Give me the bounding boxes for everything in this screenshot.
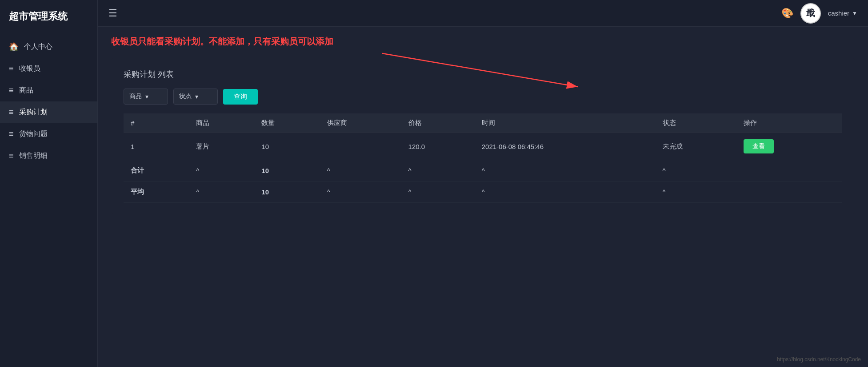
footer-watermark: https://blog.csdn.net/KnockingCode <box>777 356 861 363</box>
sidebar-item-sales-label: 销售明细 <box>19 151 48 161</box>
cell-total-quantity: 10 <box>254 160 320 181</box>
sidebar-item-goods-label: 商品 <box>19 86 33 95</box>
cell-avg-caret1: ^ <box>189 181 254 203</box>
summary-average-row: 平均 ^ 10 ^ ^ ^ ^ <box>124 181 842 203</box>
status-filter-label: 状态 <box>179 93 192 101</box>
col-product: 商品 <box>189 113 254 133</box>
cell-total-caret2: ^ <box>320 160 401 181</box>
avatar[interactable]: 戢 <box>800 3 821 24</box>
col-time: 时间 <box>475 113 656 133</box>
menu-icon-purchase: ≡ <box>9 108 14 117</box>
cell-avg-caret3: ^ <box>401 181 475 203</box>
sidebar-item-sales[interactable]: ≡ 销售明细 <box>0 145 97 167</box>
data-table: # 商品 数量 供应商 价格 时间 状态 操作 1 <box>124 113 842 203</box>
sidebar-item-cashier[interactable]: ≡ 收银员 <box>0 58 97 80</box>
hamburger-button[interactable]: ☰ <box>108 8 117 19</box>
cell-total-caret1: ^ <box>189 160 254 181</box>
cell-supplier <box>320 133 401 160</box>
col-id: # <box>124 113 189 133</box>
annotation-container: 收银员只能看采购计划。不能添加，只有采购员可以添加 <box>111 36 855 48</box>
menu-icon-cargo: ≡ <box>9 129 14 139</box>
cell-avg-label: 平均 <box>124 181 189 203</box>
header-right: 🎨 戢 cashier ▼ <box>781 3 857 24</box>
cell-total-empty <box>736 160 842 181</box>
sidebar-item-cargo-label: 货物问题 <box>19 129 48 139</box>
sidebar-item-cargo[interactable]: ≡ 货物问题 <box>0 123 97 145</box>
cell-total-label: 合计 <box>124 160 189 181</box>
chevron-down-icon: ▼ <box>852 10 857 16</box>
cell-price: 120.0 <box>401 133 475 160</box>
table-body: 1 薯片 10 120.0 2021-06-08 06:45:46 未完成 查看 <box>124 133 842 203</box>
purchase-table: # 商品 数量 供应商 价格 时间 状态 操作 1 <box>124 113 842 203</box>
col-action: 操作 <box>736 113 842 133</box>
menu-icon-sales: ≡ <box>9 151 14 161</box>
col-status: 状态 <box>656 113 737 133</box>
query-button[interactable]: 查询 <box>223 89 258 105</box>
palette-icon[interactable]: 🎨 <box>781 8 793 19</box>
content-area: 收银员只能看采购计划。不能添加，只有采购员可以添加 采购计划 列表 商品 ▾ <box>98 27 868 367</box>
cell-total-caret4: ^ <box>475 160 656 181</box>
main-area: ☰ 🎨 戢 cashier ▼ 收银员只能看采购计划。不能添加，只有采购员可以添… <box>98 0 868 367</box>
sidebar-item-personal-label: 个人中心 <box>24 42 52 52</box>
user-name: cashier <box>828 9 849 17</box>
cell-total-caret5: ^ <box>656 160 737 181</box>
filter-bar: 商品 ▾ 状态 ▾ 查询 <box>124 89 842 105</box>
sidebar-item-purchase-label: 采购计划 <box>19 108 48 117</box>
header-left: ☰ <box>108 8 117 19</box>
user-menu[interactable]: cashier ▼ <box>828 9 857 17</box>
product-filter[interactable]: 商品 ▾ <box>124 89 168 105</box>
col-quantity: 数量 <box>254 113 320 133</box>
annotation-text: 收银员只能看采购计划。不能添加，只有采购员可以添加 <box>111 36 855 48</box>
status-filter-arrow: ▾ <box>195 93 198 100</box>
cell-time: 2021-06-08 06:45:46 <box>475 133 656 160</box>
cell-avg-caret4: ^ <box>475 181 656 203</box>
cell-product: 薯片 <box>189 133 254 160</box>
sidebar-item-personal[interactable]: 🏠 个人中心 <box>0 36 97 58</box>
header: ☰ 🎨 戢 cashier ▼ <box>98 0 868 27</box>
product-filter-label: 商品 <box>129 93 142 101</box>
panel: 采购计划 列表 商品 ▾ 状态 ▾ 查询 # <box>111 58 855 214</box>
cell-avg-caret5: ^ <box>656 181 737 203</box>
col-supplier: 供应商 <box>320 113 401 133</box>
summary-total-row: 合计 ^ 10 ^ ^ ^ ^ <box>124 160 842 181</box>
cell-avg-quantity: 10 <box>254 181 320 203</box>
cell-status: 未完成 <box>656 133 737 160</box>
product-filter-arrow: ▾ <box>145 93 148 100</box>
cell-avg-caret2: ^ <box>320 181 401 203</box>
sidebar: 超市管理系统 🏠 个人中心 ≡ 收银员 ≡ 商品 ≡ 采购计划 ≡ 货物问题 ≡… <box>0 0 98 367</box>
cell-id: 1 <box>124 133 189 160</box>
status-filter[interactable]: 状态 ▾ <box>173 89 218 105</box>
cell-quantity: 10 <box>254 133 320 160</box>
table-header: # 商品 数量 供应商 价格 时间 状态 操作 <box>124 113 842 133</box>
app-title: 超市管理系统 <box>0 0 97 36</box>
cell-total-caret3: ^ <box>401 160 475 181</box>
header-row: # 商品 数量 供应商 价格 时间 状态 操作 <box>124 113 842 133</box>
panel-title: 采购计划 列表 <box>124 69 842 80</box>
cell-avg-empty <box>736 181 842 203</box>
sidebar-item-goods[interactable]: ≡ 商品 <box>0 80 97 101</box>
view-button[interactable]: 查看 <box>744 139 774 153</box>
menu-icon-cashier: ≡ <box>9 64 14 73</box>
col-price: 价格 <box>401 113 475 133</box>
menu-icon-goods: ≡ <box>9 86 14 95</box>
sidebar-item-cashier-label: 收银员 <box>19 64 40 73</box>
cell-action: 查看 <box>736 133 842 160</box>
sidebar-item-purchase[interactable]: ≡ 采购计划 <box>0 101 97 123</box>
table-row: 1 薯片 10 120.0 2021-06-08 06:45:46 未完成 查看 <box>124 133 842 160</box>
home-icon: 🏠 <box>9 42 19 52</box>
